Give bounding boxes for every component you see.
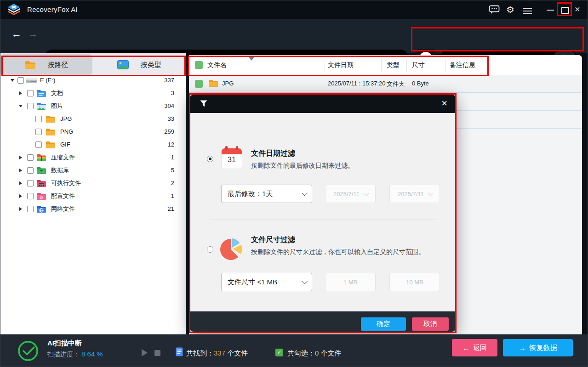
date-filter-radio[interactable] <box>207 156 213 162</box>
min-size-input: 1 MB <box>325 273 376 291</box>
tree-item-documents[interactable]: 文档 3 <box>0 87 186 100</box>
app-logo-icon <box>6 2 22 18</box>
file-row[interactable]: JPG 2025/07/11 : 15:37:20 文件夹 0 Byte <box>189 75 582 93</box>
column-header-name[interactable]: 文件名 <box>207 61 227 69</box>
forward-arrow-icon: → <box>28 29 38 39</box>
minimize-button[interactable] <box>547 10 554 11</box>
sort-arrow-icon[interactable] <box>249 57 254 61</box>
recover-data-button[interactable]: → 恢复数据 <box>503 339 573 356</box>
checkbox[interactable] <box>17 77 24 84</box>
settings-gear-icon[interactable]: ⚙ <box>506 4 514 15</box>
checkbox[interactable] <box>27 103 34 109</box>
menu-icon[interactable] <box>523 6 532 16</box>
column-header-date[interactable]: 文件日期 <box>328 61 354 69</box>
svg-text:⚙: ⚙ <box>40 195 44 200</box>
picture-icon <box>117 60 129 69</box>
cancel-button[interactable]: 取消 <box>412 317 449 331</box>
tree-item-databases[interactable]: 数据库 5 <box>0 164 186 177</box>
row-checkbox[interactable] <box>195 80 203 88</box>
tab-by-path[interactable]: 按路径 <box>0 54 92 75</box>
expander-icon[interactable] <box>19 181 22 185</box>
checkbox[interactable] <box>27 180 34 186</box>
filter-dialog: × 31 文件日期过滤 按删除文件的最后修改日期来过滤。 最后修改：1天 202… <box>190 95 456 332</box>
tree-item-count: 21 <box>147 203 174 215</box>
date-range-dropdown[interactable]: 最后修改：1天 <box>221 185 312 203</box>
tree-item-label[interactable]: 配置文件 <box>51 190 75 203</box>
found-unit: 个文件 <box>225 349 248 357</box>
dialog-body: 31 文件日期过滤 按删除文件的最后修改日期来过滤。 最后修改：1天 2025/… <box>190 113 456 311</box>
checkbox[interactable] <box>27 154 34 161</box>
checkbox[interactable] <box>35 129 42 135</box>
stop-scan-icon[interactable] <box>154 350 160 356</box>
tree-item-gif[interactable]: GIF 12 <box>0 138 186 151</box>
tree-item-label[interactable]: 数据库 <box>51 164 69 177</box>
expander-icon[interactable] <box>19 156 22 159</box>
column-header-size[interactable]: 尺寸 <box>412 61 425 69</box>
tree-item-label[interactable]: 文档 <box>51 87 63 100</box>
tree-item-label[interactable]: 可执行文件 <box>51 177 81 190</box>
tree-item-label[interactable]: JPG <box>60 113 72 125</box>
folder-archive-icon <box>36 154 46 162</box>
back-button[interactable]: ← 返回 <box>452 339 497 356</box>
close-button[interactable]: × <box>575 5 580 14</box>
checkbox[interactable] <box>27 90 34 96</box>
tree-item-png[interactable]: PNG 259 <box>0 125 186 138</box>
tree-item-jpg[interactable]: JPG 33 <box>0 113 186 125</box>
tree-item-label[interactable]: PNG <box>60 125 73 138</box>
tab-by-type[interactable]: 按类型 <box>92 54 186 75</box>
expander-icon[interactable] <box>11 79 14 82</box>
date-range-value: 最后修改：1天 <box>228 190 273 198</box>
chevron-down-icon <box>428 190 434 196</box>
tree-item-label[interactable]: E (E:) <box>40 74 55 87</box>
resume-scan-icon[interactable] <box>142 349 148 356</box>
tree-item-label[interactable]: 网络文件 <box>51 203 75 215</box>
checkbox[interactable] <box>27 167 34 174</box>
file-type: 文件夹 <box>387 80 405 88</box>
tree-item-count: 3 <box>147 87 174 100</box>
tree-item-count: 304 <box>147 100 174 113</box>
column-divider <box>381 59 382 72</box>
expander-icon[interactable] <box>19 91 22 95</box>
folder-database-icon <box>36 167 46 175</box>
file-name: JPG <box>222 80 234 87</box>
scan-progress: 扫描进度： 8.64 % <box>47 350 103 359</box>
column-divider <box>325 59 325 72</box>
tree-item-drive-e[interactable]: E (E:) 337 <box>0 74 186 87</box>
expander-icon[interactable] <box>19 207 22 211</box>
expander-icon[interactable] <box>19 194 22 198</box>
expander-icon[interactable] <box>19 169 22 172</box>
checkbox[interactable] <box>27 193 34 199</box>
file-count-icon <box>176 347 183 356</box>
tree-item-count: 1 <box>147 151 174 164</box>
checkbox[interactable] <box>35 116 42 122</box>
tree-item-label[interactable]: 图片 <box>51 100 63 113</box>
checkbox[interactable] <box>27 206 34 212</box>
size-filter-radio[interactable] <box>207 246 213 253</box>
dialog-close-icon[interactable]: × <box>441 97 447 109</box>
tab-by-path-label: 按路径 <box>48 61 69 69</box>
back-arrow-icon[interactable]: ← <box>11 29 22 39</box>
checkbox[interactable] <box>35 141 42 148</box>
nav-bar: ← → E:\图片\ <box>0 19 588 53</box>
column-header-type[interactable]: 类型 <box>387 61 400 69</box>
app-window: RecoveryFox AI ⚙ × ← → E:\图片\ <box>0 0 588 367</box>
tree-item-executables[interactable]: </> 可执行文件 2 <box>0 177 186 190</box>
tree-item-config-files[interactable]: ⚙ 配置文件 1 <box>0 190 186 203</box>
size-range-value: 文件尺寸 <1 MB <box>228 278 277 287</box>
ok-button[interactable]: 确定 <box>361 317 406 331</box>
size-range-dropdown[interactable]: 文件尺寸 <1 MB <box>221 273 312 291</box>
column-header-note[interactable]: 备注信息 <box>450 61 475 69</box>
feedback-icon[interactable] <box>489 5 500 14</box>
folder-documents-icon <box>36 90 46 97</box>
expander-icon[interactable] <box>19 105 23 107</box>
folder-icon <box>46 115 56 123</box>
maximize-button[interactable] <box>561 7 569 14</box>
select-all-checkbox[interactable] <box>195 61 203 69</box>
tree-item-label[interactable]: 压缩文件 <box>51 151 75 164</box>
tree-item-count: 259 <box>147 125 174 138</box>
tree-item-network-files[interactable]: 网络文件 21 <box>0 203 186 215</box>
tab-strip: 按路径 按类型 <box>0 53 186 75</box>
tree-item-label[interactable]: GIF <box>60 138 70 151</box>
tree-item-pictures[interactable]: 图片 304 <box>0 100 186 113</box>
tree-item-archives[interactable]: 压缩文件 1 <box>0 151 186 164</box>
